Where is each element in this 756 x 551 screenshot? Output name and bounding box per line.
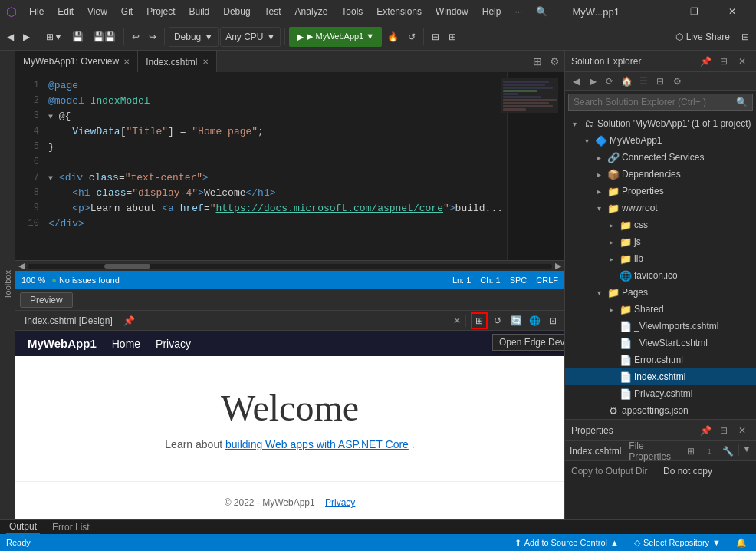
menu-debug[interactable]: Debug: [217, 5, 256, 18]
tree-item-lib[interactable]: ▸ 📁 lib: [565, 250, 756, 267]
browser-settings-button[interactable]: 🌐: [526, 312, 543, 329]
preview-link[interactable]: building Web apps with ASP.NET Core: [225, 438, 409, 450]
tree-item-index[interactable]: ▸ 📄 Index.cshtml: [565, 368, 756, 385]
select-repository-button[interactable]: ◇ Select Repository ▼: [631, 538, 724, 548]
tree-item-viewimports[interactable]: ▸ 📄 _ViewImports.cshtml: [565, 318, 756, 335]
forward-button[interactable]: ▶: [19, 27, 34, 47]
new-project-button[interactable]: ⊞▼: [42, 27, 67, 47]
undo-button[interactable]: ↩: [128, 27, 143, 47]
tree-item-connected-services[interactable]: ▸ 🔗 Connected Services: [565, 149, 756, 166]
menu-project[interactable]: Project: [140, 5, 181, 18]
se-filter-button[interactable]: ☰: [636, 74, 651, 89]
prop-page-button[interactable]: 🔧: [720, 444, 735, 459]
design-tab-label[interactable]: Index.cshtml [Design]: [18, 314, 119, 328]
se-float-button[interactable]: ⊟: [716, 54, 731, 69]
menu-analyze[interactable]: Analyze: [289, 5, 334, 18]
se-pin-button[interactable]: 📌: [698, 54, 713, 69]
tree-item-pages[interactable]: ▾ 📁 Pages: [565, 284, 756, 301]
tree-item-js[interactable]: ▸ 📁 js: [565, 233, 756, 250]
scroll-track[interactable]: [28, 264, 552, 269]
code-tab[interactable]: Index.cshtml ✕: [138, 51, 216, 72]
layout-button[interactable]: ⊞: [445, 27, 460, 47]
encoding-indicator[interactable]: SPC: [510, 276, 528, 285]
menu-file[interactable]: File: [23, 5, 50, 18]
error-list-tab[interactable]: Error List: [49, 520, 93, 534]
tree-item-solution[interactable]: ▾ 🗂 Solution 'MyWebApp1' (1 of 1 project…: [565, 115, 756, 132]
se-home-button[interactable]: 🏠: [619, 74, 634, 89]
start-debug-button[interactable]: ▶▶ MyWebApp1 ▼: [289, 27, 382, 47]
refresh-button[interactable]: ↺: [404, 27, 419, 47]
open-edge-devtools-button[interactable]: ⊞: [471, 312, 488, 329]
menu-extensions[interactable]: Extensions: [370, 5, 428, 18]
live-share-button[interactable]: ⬡ Live Share: [669, 27, 736, 47]
prop-close-button[interactable]: ✕: [735, 423, 750, 438]
menu-tools[interactable]: Tools: [335, 5, 369, 18]
back-button[interactable]: ◀: [3, 27, 18, 47]
tree-item-wwwroot[interactable]: ▾ 📁 wwwroot: [565, 200, 756, 216]
se-back-button[interactable]: ◀: [568, 74, 583, 89]
hot-reload-design-button[interactable]: 🔄: [508, 312, 524, 329]
scroll-thumb[interactable]: [104, 264, 150, 269]
tree-item-viewstart[interactable]: ▸ 📄 _ViewStart.cshtml: [565, 335, 756, 351]
code-tab-close[interactable]: ✕: [202, 58, 209, 66]
split-view-button[interactable]: ⊞: [531, 54, 544, 68]
save-button[interactable]: 💾: [68, 27, 87, 47]
save-all-button[interactable]: 💾💾: [89, 27, 120, 47]
grid-toggle-button[interactable]: ⊡: [544, 312, 561, 329]
menu-edit[interactable]: Edit: [51, 5, 80, 18]
prop-float-button[interactable]: ⊟: [716, 423, 731, 438]
toolbox-label[interactable]: Toolbox: [3, 270, 12, 299]
tree-item-favicon[interactable]: ▸ 🌐 favicon.ico: [565, 267, 756, 284]
se-forward-button[interactable]: ▶: [585, 74, 600, 89]
tree-item-project[interactable]: ▾ 🔷 MyWebApp1: [565, 132, 756, 149]
preview-button[interactable]: Preview: [20, 292, 73, 308]
output-tab[interactable]: Output: [6, 520, 40, 534]
minimize-button[interactable]: —: [638, 0, 673, 23]
menu-git[interactable]: Git: [115, 5, 139, 18]
se-search-input[interactable]: [574, 97, 733, 107]
tree-item-appsettings[interactable]: ▸ ⚙ appsettings.json: [565, 402, 756, 419]
prop-categories-button[interactable]: ⊞: [683, 444, 698, 459]
prop-pin-button[interactable]: 📌: [698, 423, 713, 438]
tree-item-properties[interactable]: ▸ 📁 Properties: [565, 183, 756, 200]
tree-item-privacy[interactable]: ▸ 📄 Privacy.cshtml: [565, 385, 756, 402]
preview-footer-link[interactable]: Privacy: [325, 497, 355, 508]
close-button[interactable]: ✕: [715, 0, 750, 23]
maximize-button[interactable]: ❐: [676, 0, 712, 23]
design-tab-close[interactable]: ✕: [453, 315, 461, 326]
tab-settings-button[interactable]: ⚙: [547, 54, 561, 68]
overview-tab[interactable]: MyWebApp1: Overview ✕: [15, 51, 138, 72]
menu-help[interactable]: Help: [476, 5, 508, 18]
menu-window[interactable]: Window: [429, 5, 475, 18]
se-settings-button[interactable]: ⚙: [669, 74, 685, 89]
platform-dropdown[interactable]: Any CPU ▼: [220, 27, 281, 47]
menu-build[interactable]: Build: [183, 5, 216, 18]
tree-item-dependencies[interactable]: ▸ 📦 Dependencies: [565, 166, 756, 183]
menu-view[interactable]: View: [81, 5, 113, 18]
se-collapse-button[interactable]: ⊟: [652, 74, 668, 89]
design-pin-button[interactable]: 📌: [123, 315, 135, 326]
code-editor[interactable]: 1 @page 2 @model IndexModel 3 ▼ @{ 4 Vie…: [15, 72, 564, 260]
git-button[interactable]: ⊟: [428, 27, 443, 47]
toolbar-more[interactable]: ⊟: [738, 27, 753, 47]
hot-reload-button[interactable]: 🔥: [383, 27, 403, 47]
zoom-level[interactable]: 100 %: [21, 276, 45, 285]
overview-tab-close[interactable]: ✕: [123, 58, 130, 66]
preview-nav-home[interactable]: Home: [112, 338, 140, 350]
code-content[interactable]: 1 @page 2 @model IndexModel 3 ▼ @{ 4 Vie…: [15, 72, 507, 260]
search-icon[interactable]: 🔍: [530, 5, 554, 18]
add-to-source-control-button[interactable]: ⬆ Add to Source Control ▲: [511, 538, 622, 548]
tree-item-error[interactable]: ▸ 📄 Error.cshtml: [565, 351, 756, 368]
menu-test[interactable]: Test: [258, 5, 288, 18]
debug-config-dropdown[interactable]: Debug ▼: [169, 27, 219, 47]
issues-indicator[interactable]: ● No issues found: [51, 276, 120, 285]
prop-sort-button[interactable]: ↕: [702, 444, 717, 459]
notification-button[interactable]: 🔔: [733, 538, 750, 548]
browser-link-button[interactable]: ↺: [489, 312, 506, 329]
horizontal-scrollbar[interactable]: ◀ ▶: [15, 260, 564, 271]
se-sync-button[interactable]: ⟳: [602, 74, 617, 89]
tree-item-css[interactable]: ▸ 📁 css: [565, 216, 756, 233]
tree-item-shared[interactable]: ▸ 📁 Shared: [565, 301, 756, 318]
menu-extra[interactable]: ···: [508, 5, 528, 18]
line-ending-indicator[interactable]: CRLF: [536, 276, 558, 285]
